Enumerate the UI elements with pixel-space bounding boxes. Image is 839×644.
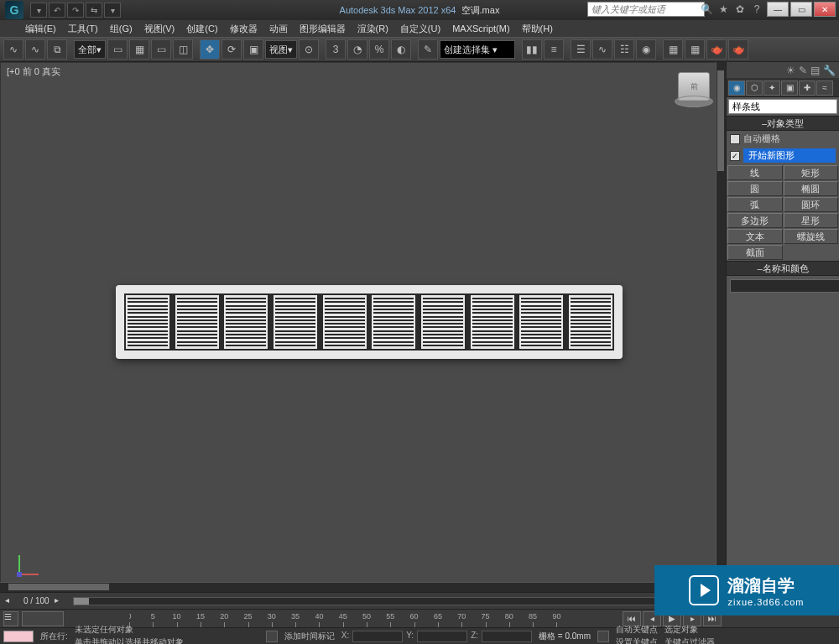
btn-ellipse[interactable]: 椭圆 — [784, 181, 839, 196]
named-selection-dropdown[interactable]: 创建选择集 ▾ — [440, 40, 515, 59]
qat-undo-icon[interactable]: ↶ — [49, 3, 65, 18]
utility-icon[interactable]: 🔧 — [823, 65, 836, 76]
startnewshape-label[interactable]: 开始新图形 — [743, 148, 836, 163]
mirror-icon[interactable]: ▮▮ — [522, 39, 542, 60]
btn-section[interactable]: 截面 — [727, 245, 783, 260]
schematic-icon[interactable]: ☷ — [614, 39, 634, 60]
display-icon[interactable]: ▤ — [810, 65, 820, 76]
selset-readout[interactable]: 选定对象 — [664, 624, 715, 636]
render-frame-icon[interactable]: ▦ — [685, 39, 705, 60]
keyfilter-button[interactable]: 关键点过滤器 — [664, 636, 715, 644]
time-slider[interactable]: ◂ 0 / 100 ▸ — [0, 592, 726, 609]
viewport-label[interactable]: [+0 前 0 真实 — [7, 65, 60, 78]
selection-lock-icon[interactable] — [266, 631, 278, 642]
search-icon[interactable]: 🔍 — [700, 3, 713, 16]
menu-modifiers[interactable]: 修改器 — [230, 23, 258, 35]
render-icon[interactable]: 🫖 — [706, 39, 727, 60]
menu-create[interactable]: 创建(C) — [186, 23, 217, 35]
btn-ngon[interactable]: 多边形 — [727, 213, 783, 228]
btn-arc[interactable]: 弧 — [727, 197, 783, 212]
unlink-icon[interactable]: ∿ — [25, 39, 45, 60]
lock-icon[interactable] — [597, 631, 609, 642]
move-icon[interactable]: ✥ — [200, 39, 220, 60]
selection-filter-dropdown[interactable]: 全部 ▾ — [74, 40, 106, 59]
viewport-vscroll[interactable] — [716, 62, 726, 582]
rollout-object-type[interactable]: – 对象类型 — [727, 116, 839, 131]
layers-icon[interactable]: ☰ — [571, 39, 591, 60]
help-icon[interactable]: ? — [750, 3, 763, 16]
btn-circle[interactable]: 圆 — [727, 181, 783, 196]
qat-open-icon[interactable]: ▾ — [30, 3, 47, 18]
btn-rectangle[interactable]: 矩形 — [784, 165, 839, 180]
object-name-input[interactable] — [730, 279, 839, 293]
named-sel-icon[interactable]: ✎ — [418, 39, 438, 60]
menu-view[interactable]: 视图(V) — [144, 23, 175, 35]
menu-group[interactable]: 组(G) — [110, 23, 133, 35]
menu-animation[interactable]: 动画 — [269, 23, 288, 35]
light-icon[interactable]: ☀ — [786, 65, 795, 76]
autogrid-checkbox[interactable] — [730, 134, 740, 144]
menu-customize[interactable]: 自定义(U) — [400, 23, 440, 35]
menu-maxscript[interactable]: MAXScript(M) — [452, 23, 509, 34]
maximize-button[interactable]: ▭ — [790, 2, 812, 17]
percent-snap-icon[interactable]: % — [369, 39, 389, 60]
exchange-icon[interactable]: ✿ — [733, 3, 747, 16]
select-name-icon[interactable]: ▦ — [129, 39, 149, 60]
startnewshape-checkbox[interactable]: ✓ — [730, 151, 740, 161]
menu-help[interactable]: 帮助(H) — [522, 23, 553, 35]
qat-more-icon[interactable]: ▾ — [104, 3, 121, 18]
menu-rendering[interactable]: 渲染(R) — [357, 23, 388, 35]
coord-z-input[interactable] — [482, 631, 532, 642]
viewcube[interactable]: 前 — [678, 72, 715, 109]
close-button[interactable]: ✕ — [814, 2, 836, 17]
menu-edit[interactable]: 编辑(E) — [25, 23, 56, 35]
snap-toggle-icon[interactable]: 3 — [326, 39, 346, 60]
tab-geometry-icon[interactable]: ◉ — [728, 80, 745, 96]
select-region-icon[interactable]: ▭ — [151, 39, 171, 60]
refcoord-dropdown[interactable]: 视图 ▾ — [265, 40, 297, 59]
search-input[interactable] — [587, 2, 705, 17]
maxscript-mini-listener[interactable] — [3, 631, 34, 642]
subcategory-dropdown[interactable]: 样条线 — [728, 99, 837, 114]
btn-helix[interactable]: 螺旋线 — [784, 229, 839, 244]
setkey-button[interactable]: 设置关键点 — [616, 636, 658, 644]
material-icon[interactable]: ◉ — [636, 39, 656, 60]
trackbar-toggle-icon[interactable]: ☰ — [3, 611, 18, 626]
render-setup-icon[interactable]: ▦ — [663, 39, 683, 60]
pivot-icon[interactable]: ⊙ — [299, 39, 319, 60]
viewcube-ring[interactable] — [675, 96, 713, 107]
coord-x-input[interactable] — [352, 631, 403, 642]
scale-icon[interactable]: ▣ — [243, 39, 263, 60]
tab-cameras-icon[interactable]: ▣ — [781, 80, 798, 96]
trackbar-keys-icon[interactable] — [22, 611, 64, 626]
frame-indicator[interactable]: 0 / 100 — [23, 596, 50, 605]
time-track[interactable] — [73, 597, 721, 605]
bind-icon[interactable]: ⧉ — [47, 39, 67, 60]
tab-helpers-icon[interactable]: ✚ — [799, 80, 816, 96]
qat-link-icon[interactable]: ⇆ — [86, 3, 102, 18]
minimize-button[interactable]: — — [767, 2, 789, 17]
qat-redo-icon[interactable]: ↷ — [67, 3, 84, 18]
angle-snap-icon[interactable]: ◔ — [347, 39, 367, 60]
timetag-button[interactable]: 添加时间标记 — [284, 631, 335, 642]
align-icon[interactable]: ≡ — [544, 39, 564, 60]
time-prev-icon[interactable]: ◂ — [5, 595, 18, 607]
autokey-button[interactable]: 自动关键点 — [616, 624, 658, 636]
rollout-name-color[interactable]: – 名称和颜色 — [727, 261, 839, 276]
window-crossing-icon[interactable]: ◫ — [173, 39, 193, 60]
hammer-icon[interactable]: ✎ — [799, 65, 807, 76]
coord-y-input[interactable] — [417, 631, 467, 642]
btn-star[interactable]: 星形 — [784, 213, 839, 228]
app-logo[interactable]: G — [5, 1, 23, 19]
menu-tools[interactable]: 工具(T) — [68, 23, 98, 35]
render-last-icon[interactable]: 🫖 — [728, 39, 748, 60]
tab-shapes-icon[interactable]: ⬡ — [746, 80, 763, 96]
curve-editor-icon[interactable]: ∿ — [592, 39, 612, 60]
tab-lights-icon[interactable]: ✦ — [763, 80, 780, 96]
select-icon[interactable]: ▭ — [107, 39, 128, 60]
menu-grapheditors[interactable]: 图形编辑器 — [300, 23, 346, 35]
time-next-icon[interactable]: ▸ — [55, 595, 68, 607]
subscription-icon[interactable]: ★ — [717, 3, 730, 16]
model-vent-object[interactable] — [116, 285, 623, 359]
btn-line[interactable]: 线 — [727, 165, 783, 180]
